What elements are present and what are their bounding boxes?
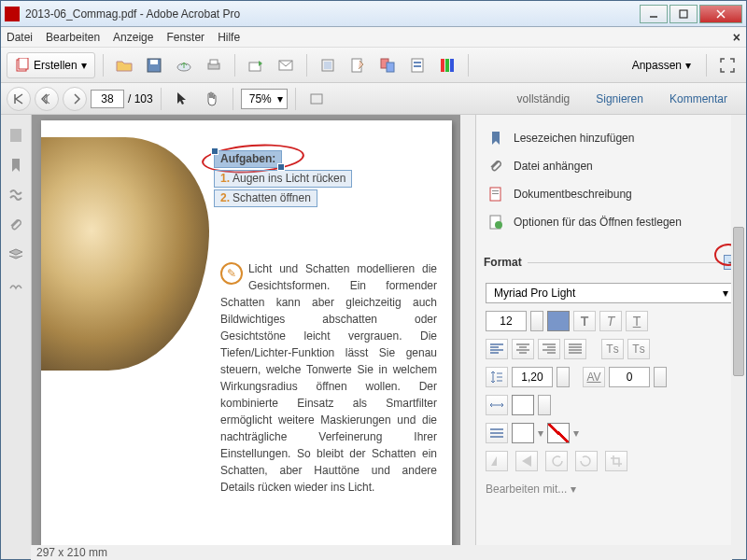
tags-button[interactable] [5, 184, 27, 206]
font-size-spinner[interactable] [530, 311, 543, 331]
format-label: Format [484, 256, 522, 269]
chevron-down-icon: ▾ [538, 427, 543, 440]
edit-button[interactable] [345, 52, 371, 78]
close-doc-button[interactable]: × [733, 30, 740, 45]
signatures-button[interactable] [5, 273, 27, 296]
italic-button[interactable]: T [599, 311, 622, 331]
flip-h-icon [490, 455, 503, 468]
panel-scrollbar[interactable] [731, 115, 746, 559]
panel-attach-file[interactable]: Datei anhängen [484, 152, 739, 180]
page-number-input[interactable] [91, 90, 124, 108]
panel-doc-description[interactable]: Dokumentbeschreibung [484, 180, 739, 208]
crop-button[interactable] [605, 451, 627, 471]
horiz-scale-button[interactable] [486, 395, 508, 415]
cloud-button[interactable] [171, 52, 197, 78]
maximize-button[interactable] [669, 5, 698, 23]
open-button[interactable] [111, 52, 137, 78]
font-size-input[interactable]: 12 [486, 311, 527, 331]
customize-button[interactable]: Anpassen ▾ [625, 59, 698, 72]
layers-button[interactable] [5, 244, 27, 266]
subscript-button[interactable]: Ts [627, 339, 650, 359]
font-family-select[interactable]: Myriad Pro Light▾ [486, 283, 737, 303]
superscript-button[interactable]: Ts [601, 339, 624, 359]
bookmarks-button[interactable] [5, 154, 27, 176]
tab-comment[interactable]: Kommentar [656, 87, 740, 111]
line-spacing-button[interactable] [486, 367, 508, 387]
flip-h-button[interactable] [486, 451, 508, 471]
scan-icon [319, 57, 336, 74]
tags-icon [7, 187, 24, 203]
bold-button[interactable]: T [573, 311, 596, 331]
svg-rect-21 [441, 59, 444, 72]
create-button[interactable]: Erstellen ▾ [7, 52, 95, 78]
line-spacing-input[interactable]: 1,20 [512, 367, 553, 387]
fullscreen-button[interactable] [714, 52, 740, 78]
vertical-scrollbar[interactable] [460, 115, 475, 559]
next-page-button[interactable] [63, 87, 87, 111]
share-button[interactable] [243, 52, 269, 78]
char-spacing-spinner[interactable] [654, 367, 667, 387]
char-spacing-input[interactable]: 0 [609, 367, 650, 387]
rotate-ccw-button[interactable] [545, 451, 568, 471]
tool-more[interactable] [303, 86, 330, 112]
text-color-swatch[interactable] [547, 311, 570, 331]
brush-icon: ✎ [220, 262, 243, 285]
thumbnails-button[interactable] [5, 124, 27, 147]
hand-tool[interactable] [199, 86, 225, 112]
stroke-color-swatch[interactable] [547, 423, 570, 443]
email-button[interactable] [273, 52, 299, 78]
edit-with-button[interactable]: Bearbeiten mit... ▾ [486, 479, 737, 499]
align-left-button[interactable] [486, 339, 508, 359]
nav-toolbar: / 103 75%▾ vollständig Signieren Komment… [1, 83, 746, 115]
stroke-button[interactable] [486, 423, 508, 443]
scan-button[interactable] [315, 52, 341, 78]
attachments-button[interactable] [5, 214, 27, 236]
align-justify-icon [569, 343, 582, 355]
align-right-button[interactable] [538, 339, 560, 359]
menu-help[interactable]: Hilfe [218, 31, 240, 44]
minimize-button[interactable] [640, 5, 668, 23]
app-icon [5, 7, 20, 21]
selected-text-box[interactable]: Aufgaben: [214, 150, 282, 168]
cloud-icon [176, 57, 192, 74]
panel-open-options[interactable]: Optionen für das Öffnen festlegen [484, 208, 739, 236]
scale-spinner[interactable] [538, 395, 551, 415]
paperclip-icon [7, 217, 24, 233]
create-icon [15, 58, 30, 73]
menu-window[interactable]: Fenster [166, 31, 204, 44]
save-button[interactable] [141, 52, 167, 78]
char-spacing-button[interactable]: AV [583, 367, 605, 387]
print-button[interactable] [201, 52, 227, 78]
text-box[interactable]: 2. Schatten öffnen [214, 189, 317, 207]
scale-value[interactable] [512, 395, 534, 415]
flip-v-button[interactable] [515, 451, 538, 471]
fill-color-swatch[interactable] [512, 423, 534, 443]
tab-sign[interactable]: Signieren [583, 87, 656, 111]
more-icon [308, 91, 325, 107]
align-justify-button[interactable] [564, 339, 586, 359]
zoom-select[interactable]: 75%▾ [241, 89, 288, 109]
line-spacing-spinner[interactable] [557, 367, 570, 387]
align-right-icon [543, 343, 556, 355]
document-area[interactable]: Aufgaben: 1. Augen ins Licht rücken 2. S… [32, 115, 475, 559]
main-toolbar: Erstellen ▾ Anpassen ▾ [1, 48, 746, 83]
combine-button[interactable] [374, 52, 401, 78]
menu-view[interactable]: Anzeige [113, 31, 153, 44]
share-icon [247, 57, 264, 74]
chevron-down-icon: ▾ [573, 427, 579, 440]
prev-page-button[interactable] [35, 87, 59, 111]
first-page-button[interactable] [7, 87, 31, 111]
color-button[interactable] [434, 52, 460, 78]
underline-button[interactable]: T [626, 311, 648, 331]
rotate-cw-button[interactable] [575, 451, 598, 471]
menu-edit[interactable]: Bearbeiten [46, 31, 100, 44]
close-button[interactable] [699, 5, 742, 23]
tab-full[interactable]: vollständig [504, 87, 584, 111]
align-center-button[interactable] [512, 339, 534, 359]
form-button[interactable] [404, 52, 430, 78]
select-tool[interactable] [169, 86, 195, 112]
text-box[interactable]: 1. Augen ins Licht rücken [214, 170, 352, 188]
panel-add-bookmark[interactable]: Lesezeichen hinzufügen [484, 124, 739, 152]
menu-file[interactable]: Datei [7, 31, 33, 44]
customize-label: Anpassen [632, 59, 682, 72]
